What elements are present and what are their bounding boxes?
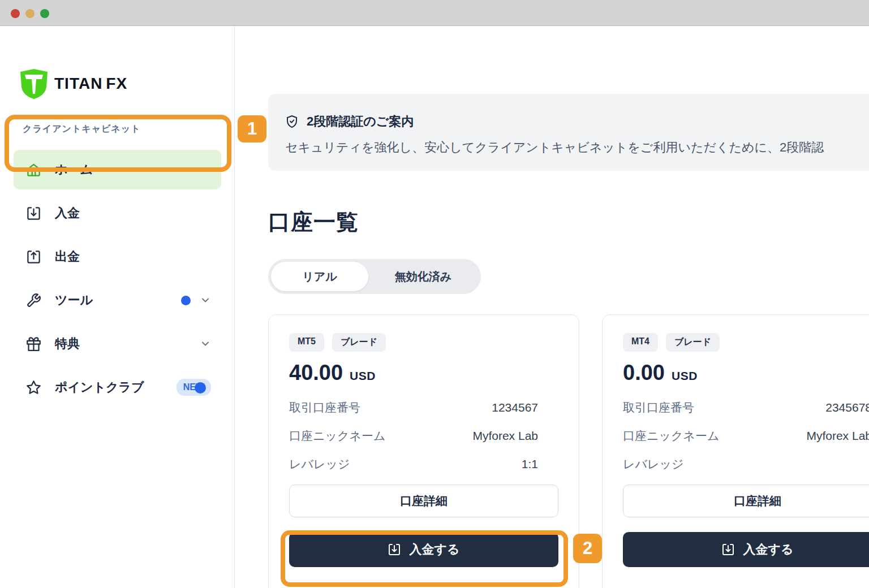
row-label: 口座ニックネーム — [623, 428, 719, 444]
platform-badge: MT5 — [289, 333, 324, 352]
withdraw-icon — [26, 249, 41, 265]
row-label: 口座ニックネーム — [289, 428, 385, 444]
row-label: 取引口座番号 — [289, 400, 360, 416]
sidebar-item-tools[interactable]: ツール — [14, 280, 221, 320]
row-value: 1:1 — [522, 457, 538, 471]
sidebar: TITANFX クライアントキャビネット ホーム 入金 — [0, 26, 235, 588]
deposit-icon — [388, 543, 401, 556]
deposit-icon — [721, 543, 735, 556]
notification-dot — [181, 296, 191, 305]
deposit-button[interactable]: 入金する — [623, 532, 869, 567]
home-icon — [26, 162, 41, 178]
sidebar-item-withdraw[interactable]: 出金 — [14, 237, 221, 276]
titanfx-shield-icon — [19, 68, 49, 100]
sidebar-item-benefits[interactable]: 特典 — [14, 324, 221, 364]
zoom-window-icon[interactable] — [40, 9, 49, 18]
banner-title: 2段階認証のご案内 — [307, 113, 414, 130]
chevron-down-icon — [200, 338, 211, 349]
brand-name: TITANFX — [54, 75, 127, 93]
sidebar-item-label: 特典 — [55, 335, 80, 352]
notification-dot — [195, 382, 206, 394]
account-number-row: 取引口座番号 2345678 — [623, 400, 869, 416]
sidebar-item-label: 出金 — [55, 248, 80, 265]
account-balance: 40.00 — [289, 361, 343, 385]
new-badge: NEW — [177, 379, 211, 396]
account-currency: USD — [350, 369, 376, 383]
account-detail-button[interactable]: 口座詳細 — [289, 485, 558, 517]
leverage-row: レバレッジ 1:1 — [289, 456, 538, 472]
sidebar-item-home[interactable]: ホーム — [14, 150, 221, 189]
page-title: 口座一覧 — [268, 207, 359, 237]
row-label: 取引口座番号 — [623, 400, 694, 416]
deposit-icon — [26, 206, 41, 221]
sidebar-item-label: 入金 — [55, 205, 80, 222]
sidebar-item-label: ホーム — [55, 161, 93, 178]
platform-badge: MT4 — [623, 333, 658, 352]
wrench-icon — [26, 293, 41, 308]
account-currency: USD — [672, 369, 698, 383]
row-value: 2345678 — [825, 401, 869, 414]
gift-icon — [26, 336, 41, 352]
deposit-button[interactable]: 入金する — [289, 532, 558, 567]
account-type-badge: ブレード — [332, 333, 386, 352]
account-detail-button[interactable]: 口座詳細 — [623, 485, 869, 517]
annotation-number-1: 1 — [238, 115, 266, 142]
client-cabinet-label: クライアントキャビネット — [23, 123, 141, 135]
row-value: Myforex Lab — [472, 429, 538, 443]
window-titlebar — [0, 0, 869, 26]
row-value: Myforex Lab — [806, 429, 869, 443]
chevron-down-icon — [200, 295, 211, 306]
sidebar-menu: ホーム 入金 出金 — [14, 150, 221, 411]
account-nickname-row: 口座ニックネーム Myforex Lab — [289, 428, 538, 444]
account-number-row: 取引口座番号 1234567 — [289, 400, 538, 416]
tab-real[interactable]: リアル — [271, 262, 368, 291]
account-card-mt5: MT5 ブレード 40.00 USD 取引口座番号 1234567 口座ニックネ… — [268, 314, 579, 588]
shield-check-icon — [285, 115, 299, 128]
tab-deactivated[interactable]: 無効化済み — [368, 262, 478, 291]
account-nickname-row: 口座ニックネーム Myforex Lab — [623, 428, 869, 444]
banner-body: セキュリティを強化し、安心してクライアントキャビネットをご利用いただくために、2… — [285, 139, 869, 156]
account-balance: 0.00 — [623, 361, 665, 385]
row-value: 1234567 — [492, 401, 538, 414]
leverage-row: レバレッジ — [623, 456, 869, 472]
titanfx-logo: TITANFX — [19, 68, 127, 100]
two-factor-banner[interactable]: 2段階認証のご案内 セキュリティを強化し、安心してクライアントキャビネットをご利… — [268, 94, 869, 171]
sidebar-item-label: ツール — [55, 292, 93, 309]
star-icon — [26, 380, 41, 395]
sidebar-item-deposit[interactable]: 入金 — [14, 193, 221, 233]
minimize-window-icon[interactable] — [25, 9, 35, 18]
sidebar-item-point-club[interactable]: ポイントクラブ NEW — [14, 368, 221, 407]
account-filter-tabs: リアル 無効化済み — [268, 259, 481, 294]
account-card-mt4: MT4 ブレード 0.00 USD 取引口座番号 2345678 口座ニックネー… — [602, 314, 869, 588]
sidebar-item-label: ポイントクラブ — [55, 379, 144, 396]
row-label: レバレッジ — [289, 456, 350, 472]
close-window-icon[interactable] — [11, 9, 20, 18]
row-label: レバレッジ — [623, 456, 683, 472]
account-type-badge: ブレード — [666, 333, 720, 352]
